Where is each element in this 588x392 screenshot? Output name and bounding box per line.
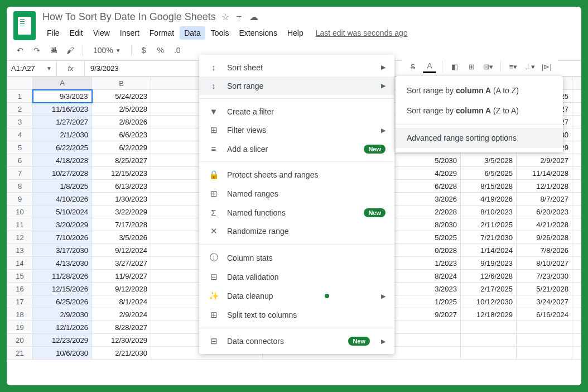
- decimal-button[interactable]: .0: [171, 44, 184, 57]
- cell[interactable]: 12/15/2023: [92, 167, 151, 180]
- cell[interactable]: 2/1/2030: [33, 128, 92, 141]
- menu-insert[interactable]: Insert: [115, 26, 144, 40]
- cell[interactable]: 2/9/2024: [92, 308, 151, 321]
- redo-button[interactable]: ↷: [30, 44, 44, 57]
- cell[interactable]: 12/1/2028: [517, 180, 572, 193]
- cell[interactable]: 6/25/2026: [33, 295, 92, 308]
- cell[interactable]: 3/1: [572, 154, 582, 167]
- row-header[interactable]: 20: [7, 334, 33, 347]
- cell[interactable]: 2/5/2028: [92, 103, 151, 116]
- move-icon[interactable]: ⫟: [235, 12, 244, 22]
- cell[interactable]: 6/1: [572, 283, 582, 295]
- row-header[interactable]: 21: [7, 347, 33, 360]
- cell[interactable]: 9/3/2023: [33, 90, 92, 103]
- print-button[interactable]: 🖶: [47, 44, 60, 57]
- cell[interactable]: 4/18/2028: [33, 154, 92, 167]
- menu-format[interactable]: Format: [145, 26, 179, 40]
- cell[interactable]: [461, 334, 517, 347]
- cell[interactable]: 12/1: [572, 231, 582, 244]
- cell[interactable]: 8/10/2027: [517, 257, 572, 270]
- row-header[interactable]: 2: [7, 103, 33, 116]
- cell[interactable]: 12/30/2029: [92, 334, 151, 347]
- cell[interactable]: 1/8/2025: [33, 180, 92, 193]
- cell[interactable]: 4/1: [572, 257, 582, 270]
- cell[interactable]: 7/1: [572, 270, 582, 283]
- cell[interactable]: 9/12/2024: [92, 244, 151, 257]
- cell[interactable]: 8/1/2024: [92, 295, 151, 308]
- cell[interactable]: 8/28/2027: [92, 321, 151, 334]
- cell[interactable]: 2/17/2025: [461, 283, 517, 295]
- cell[interactable]: 3/5/2028: [461, 154, 517, 167]
- cell[interactable]: [572, 321, 582, 334]
- cell[interactable]: 5/21/2028: [517, 283, 572, 295]
- wrap-button[interactable]: |⊳|: [540, 60, 553, 73]
- row-header[interactable]: 18: [7, 308, 33, 321]
- cell[interactable]: 12/23/2029: [33, 334, 92, 347]
- row-header[interactable]: 14: [7, 257, 33, 270]
- cell[interactable]: 3/22/2029: [92, 205, 151, 218]
- row-header[interactable]: 12: [7, 231, 33, 244]
- percent-button[interactable]: %: [154, 44, 167, 57]
- cell[interactable]: 11/28/2026: [33, 270, 92, 283]
- menu-item-add-a-slicer[interactable]: ≡Add a slicerNew: [199, 140, 394, 158]
- cell[interactable]: 4/10/2026: [33, 193, 92, 205]
- cell[interactable]: 3/5/2026: [92, 231, 151, 244]
- cell[interactable]: 8/2: [572, 193, 582, 205]
- row-header[interactable]: 10: [7, 205, 33, 218]
- paint-format-button[interactable]: 🖌: [64, 44, 77, 57]
- cell[interactable]: [517, 321, 572, 334]
- menu-item-sort-sheet[interactable]: ↕Sort sheet▶: [199, 58, 394, 77]
- cell[interactable]: 2/9/2030: [33, 308, 92, 321]
- menu-item-create-a-filter[interactable]: ▼Create a filter: [199, 102, 394, 121]
- menu-item-data-validation[interactable]: ⊟Data validation: [199, 267, 394, 286]
- menu-item-data-cleanup[interactable]: ✨Data cleanup▶: [199, 286, 394, 305]
- menu-item-protect-sheets-and-ranges[interactable]: 🔒Protect sheets and ranges: [199, 165, 394, 184]
- cell[interactable]: 11/16/2023: [33, 103, 92, 116]
- cell[interactable]: 11/14/2028: [517, 167, 572, 180]
- cell[interactable]: 6/5/2025: [461, 167, 517, 180]
- select-all-corner[interactable]: [7, 77, 33, 90]
- cell[interactable]: 12/6/2028: [461, 270, 517, 283]
- menu-tools[interactable]: Tools: [206, 26, 234, 40]
- row-header[interactable]: 16: [7, 283, 33, 295]
- row-header[interactable]: 5: [7, 141, 33, 154]
- valign-button[interactable]: ⊥▾: [523, 60, 537, 73]
- cell[interactable]: 7/10/2026: [33, 231, 92, 244]
- cell[interactable]: 12/18/2029: [461, 308, 517, 321]
- cell[interactable]: 10/6/2030: [33, 347, 92, 360]
- cell[interactable]: 3/17/2030: [33, 244, 92, 257]
- cell[interactable]: 3/27/2027: [92, 257, 151, 270]
- row-header[interactable]: 8: [7, 180, 33, 193]
- cell[interactable]: [572, 334, 582, 347]
- row-header[interactable]: 4: [7, 128, 33, 141]
- cell[interactable]: 2/11/2025: [461, 218, 517, 231]
- merge-button[interactable]: ⊟▾: [481, 60, 495, 73]
- row-header[interactable]: 9: [7, 193, 33, 205]
- cell[interactable]: 6/2/2029: [92, 141, 151, 154]
- cell[interactable]: 3/2: [572, 244, 582, 257]
- cell[interactable]: 4/19/2026: [461, 193, 517, 205]
- cell[interactable]: 10/27/2028: [33, 167, 92, 180]
- cell[interactable]: 9/19/2023: [461, 257, 517, 270]
- cell[interactable]: 1/30/2023: [92, 193, 151, 205]
- cell[interactable]: 6/2: [572, 218, 582, 231]
- cell[interactable]: 4/1: [572, 205, 582, 218]
- star-icon[interactable]: ☆: [221, 12, 229, 22]
- cell[interactable]: [517, 347, 572, 360]
- cell[interactable]: 10/12/2030: [461, 295, 517, 308]
- menu-item-filter-views[interactable]: ⊞Filter views▶: [199, 121, 394, 140]
- cell[interactable]: 2/9/2027: [517, 154, 572, 167]
- cell[interactable]: 4/2: [572, 128, 582, 141]
- cell[interactable]: 9/12/2028: [92, 283, 151, 295]
- cell[interactable]: [461, 321, 517, 334]
- cell[interactable]: 5/24/2023: [92, 90, 151, 103]
- row-header[interactable]: 1: [7, 90, 33, 103]
- row-header[interactable]: 17: [7, 295, 33, 308]
- menu-item-data-connectors[interactable]: ⊟Data connectorsNew▶: [199, 332, 394, 351]
- cell[interactable]: [517, 334, 572, 347]
- text-color-button[interactable]: A: [423, 60, 436, 73]
- menu-item-named-ranges[interactable]: ⊞Named ranges: [199, 184, 394, 203]
- cell[interactable]: 8/15/2028: [461, 180, 517, 193]
- cell[interactable]: 12/15/2026: [33, 283, 92, 295]
- cell[interactable]: 6/1: [572, 295, 582, 308]
